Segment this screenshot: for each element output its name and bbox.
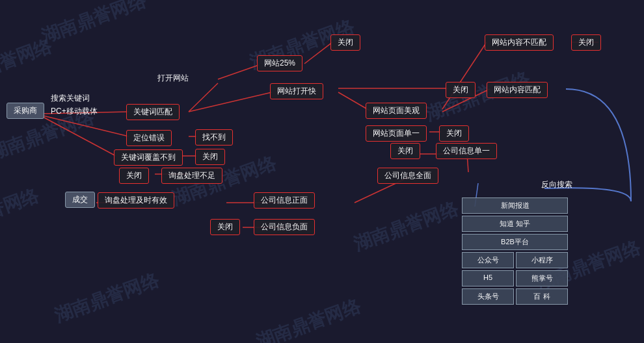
chengjiao-box: 成交 xyxy=(65,192,95,208)
guanbi5-label: 关闭 xyxy=(202,151,218,162)
gongsixinxifumian-node: 公司信息负面 xyxy=(254,219,315,235)
gongsixinxidanyi-box: 公司信息单一 xyxy=(436,143,497,159)
toutiaohao-cell: 头条号 xyxy=(462,288,514,305)
guanbi2-node: 关闭 xyxy=(439,125,469,142)
zhaobudao-node: 找不到 xyxy=(195,129,233,146)
watermark-11: 鼎誉网络 xyxy=(0,183,42,231)
chengjiao-node: 成交 xyxy=(65,192,95,208)
gongsixinxiquanmian-box: 公司信息全面 xyxy=(377,168,438,184)
caigou-label: 采购商 xyxy=(14,105,37,116)
gongsixinxidanyi-node: 公司信息单一 xyxy=(436,143,497,159)
wangzhan25-node: 网站25% xyxy=(257,55,302,71)
gongsixinxiquanmian-label: 公司信息全面 xyxy=(384,170,431,181)
xiaochengxu-cell: 小程序 xyxy=(516,252,568,268)
pc-label: PC+移动载体 xyxy=(51,106,98,117)
guanbi3-node: 关闭 xyxy=(446,82,476,98)
guanbi7-label: 关闭 xyxy=(397,146,413,157)
h5-cell: H5 xyxy=(462,270,514,286)
guanbi8-box: 关闭 xyxy=(210,219,240,235)
wangzhan25-label: 网站25% xyxy=(264,58,295,69)
guanbi6-box: 关闭 xyxy=(119,168,149,184)
wangzhanyemiandan-label: 网站页面单一 xyxy=(373,128,420,139)
gongzhonghao-cell: 公众号 xyxy=(462,252,514,268)
wangzhan25-box: 网站25% xyxy=(257,55,302,71)
watermark-1: 湖南鼎誉网络 xyxy=(38,0,150,49)
svg-line-7 xyxy=(338,92,369,110)
guanbi4-node: 关闭 xyxy=(571,34,601,51)
guanbi2-label: 关闭 xyxy=(446,128,462,139)
wangzhanjudong-box: 网站打开快 xyxy=(270,83,323,99)
guanjiancicover-label: 关键词覆盖不到 xyxy=(121,152,176,163)
soujian-label: 搜索关键词 xyxy=(51,93,90,104)
wangzhanjudong-label: 网站打开快 xyxy=(277,86,316,97)
guanbi1-label: 关闭 xyxy=(338,37,353,48)
svg-line-5 xyxy=(218,65,259,79)
wangzhanyemiandan-box: 网站页面单一 xyxy=(366,125,427,142)
guanbi5-box: 关闭 xyxy=(195,149,225,165)
svg-line-2 xyxy=(43,117,116,156)
guanbi3-label: 关闭 xyxy=(453,84,468,95)
guanbi6-label: 关闭 xyxy=(126,170,142,181)
zhaobudao-box: 找不到 xyxy=(195,129,233,146)
wangzhanneirongbupihe-label: 网站内容不匹配 xyxy=(492,37,546,48)
xunpanjishiyouxiao-node: 询盘处理及时有效 xyxy=(98,192,174,209)
svg-line-3 xyxy=(189,83,218,112)
xinwenbaodao-cell: 新闻报道 xyxy=(462,197,568,214)
xunpanchulibuzhu-label: 询盘处理不足 xyxy=(168,170,215,181)
channel-grid: 新闻报道 知道 知乎 B2B平台 公众号 小程序 H5 熊掌号 头条号 百 科 xyxy=(462,197,568,305)
wangzhanneironpihe-label: 网站内容匹配 xyxy=(494,84,541,95)
gongsixinxizhengmian-node: 公司信息正面 xyxy=(254,192,315,209)
guanjiancicover-box: 关键词覆盖不到 xyxy=(114,149,183,166)
xionzhanghao-cell: 熊掌号 xyxy=(516,270,568,286)
guanjiancicover-node: 关键词覆盖不到 xyxy=(114,149,183,166)
wangzhanneirongbupihe-box: 网站内容不匹配 xyxy=(485,34,554,51)
guanbi4-box: 关闭 xyxy=(571,34,601,51)
watermark-8: 湖南鼎誉网络 xyxy=(51,268,163,328)
guanbi1-node: 关闭 xyxy=(330,34,360,51)
gongsixinxifumian-box: 公司信息负面 xyxy=(254,219,315,235)
gongsixinxizhengmian-box: 公司信息正面 xyxy=(254,192,315,209)
wangzhanneironpihe-box: 网站内容匹配 xyxy=(487,82,548,98)
gongsixinxidanyi-label: 公司信息单一 xyxy=(443,146,490,157)
guanbi2-box: 关闭 xyxy=(439,125,469,142)
svg-line-1 xyxy=(43,116,129,136)
svg-line-6 xyxy=(304,42,332,64)
gongsixinxiquanmian-node: 公司信息全面 xyxy=(377,168,438,184)
guanbi3-box: 关闭 xyxy=(446,82,476,98)
guanbi4-label: 关闭 xyxy=(578,37,594,48)
caigou-box: 采购商 xyxy=(7,103,44,119)
gongsixinxizhengmian-label: 公司信息正面 xyxy=(261,195,308,206)
svg-line-9 xyxy=(442,42,487,109)
chengjiao-label: 成交 xyxy=(72,194,88,205)
wangzhanyemianmeiguan-box: 网站页面美观 xyxy=(366,103,427,119)
dingweicuowu-label: 定位错误 xyxy=(133,133,165,144)
guanbi1-box: 关闭 xyxy=(330,34,360,51)
daikaizhang-label: 打开网站 xyxy=(157,73,189,84)
guanjiancipihe-box: 关键词匹配 xyxy=(126,104,180,120)
guanbi6-node: 关闭 xyxy=(119,168,149,184)
watermark-10: 鼎誉网络 xyxy=(0,34,55,82)
xunpanjishiyouxiao-label: 询盘处理及时有效 xyxy=(105,195,167,206)
dingweicuowu-box: 定位错误 xyxy=(126,130,172,146)
guanbi7-node: 关闭 xyxy=(390,143,420,159)
wangzhanjudong-node: 网站打开快 xyxy=(270,83,323,99)
wangzhanyemianmeiguan-label: 网站页面美观 xyxy=(373,105,420,116)
b2b-cell: B2B平台 xyxy=(462,234,568,250)
svg-line-4 xyxy=(189,92,272,112)
dingweicuowu-node: 定位错误 xyxy=(126,130,172,146)
caigou-node: 采购商 xyxy=(7,103,44,119)
wangzhanneirongbupihe-node: 网站内容不匹配 xyxy=(485,34,554,51)
wangzhanyemiandan-node: 网站页面单一 xyxy=(366,125,427,142)
fanxiangsousuo-label: 反向搜索 xyxy=(541,179,572,190)
gongsixinxifumian-label: 公司信息负面 xyxy=(261,222,308,233)
guanbi8-label: 关闭 xyxy=(217,222,233,233)
xunpanjishiyouxiao-box: 询盘处理及时有效 xyxy=(98,192,174,209)
guanbi7-box: 关闭 xyxy=(390,143,420,159)
xunpanchulibuzhu-node: 询盘处理不足 xyxy=(161,168,222,184)
guanbi5-node: 关闭 xyxy=(195,149,225,165)
guanjiancipihe-label: 关键词匹配 xyxy=(133,107,172,118)
guanjiancipihe-node: 关键词匹配 xyxy=(126,104,180,120)
watermark-6: 湖南鼎誉网络 xyxy=(351,196,462,257)
zhaobudao-label: 找不到 xyxy=(202,132,226,143)
baike-cell: 百 科 xyxy=(516,288,568,305)
